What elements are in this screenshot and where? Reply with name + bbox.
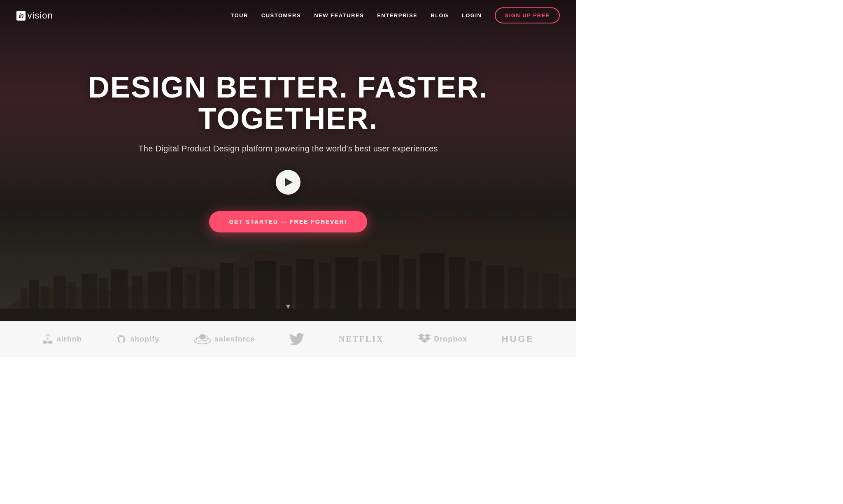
nav-enterprise[interactable]: ENTERPRISE xyxy=(377,12,417,19)
brand-dropbox: Dropbox xyxy=(418,333,467,345)
svg-rect-23 xyxy=(420,253,445,313)
svg-rect-3 xyxy=(54,276,66,313)
main-nav: TOUR CUSTOMERS NEW FEATURES ENTERPRISE B… xyxy=(231,7,560,23)
logo[interactable]: in vision xyxy=(16,10,53,21)
nav-new-features[interactable]: NEW FEATURES xyxy=(314,12,364,19)
svg-rect-4 xyxy=(68,282,76,313)
svg-rect-30 xyxy=(562,278,576,313)
svg-rect-20 xyxy=(362,261,377,313)
signup-button[interactable]: SIGN UP FREE xyxy=(495,7,560,23)
svg-rect-15 xyxy=(255,261,276,313)
svg-rect-26 xyxy=(486,265,504,313)
svg-rect-9 xyxy=(148,272,167,313)
svg-rect-27 xyxy=(508,267,523,313)
twitter-icon xyxy=(289,333,304,345)
salesforce-icon xyxy=(194,333,211,345)
netflix-label: NETFLIX xyxy=(339,334,384,344)
brand-twitter xyxy=(289,333,304,345)
dropbox-label: Dropbox xyxy=(434,335,467,344)
shopify-label: shopify xyxy=(130,335,159,344)
logo-in: in xyxy=(19,12,23,19)
svg-point-35 xyxy=(199,334,205,339)
brand-netflix: NETFLIX xyxy=(339,334,384,344)
svg-rect-7 xyxy=(111,269,128,313)
logos-bar: airbnb shopify salesforce xyxy=(0,321,576,357)
airbnb-label: airbnb xyxy=(57,335,82,344)
svg-rect-1 xyxy=(29,280,39,313)
shopify-icon xyxy=(116,334,127,344)
brand-salesforce: salesforce xyxy=(194,333,255,345)
airbnb-icon xyxy=(42,333,54,345)
svg-rect-22 xyxy=(403,259,416,313)
play-button[interactable] xyxy=(276,170,300,195)
nav-login[interactable]: LOGIN xyxy=(462,12,482,19)
dropbox-icon xyxy=(418,333,431,345)
scroll-indicator: ▾ xyxy=(286,301,290,311)
svg-rect-29 xyxy=(543,274,559,313)
svg-rect-11 xyxy=(187,274,196,313)
play-icon xyxy=(285,178,293,186)
svg-rect-8 xyxy=(132,276,143,313)
svg-rect-25 xyxy=(469,261,482,313)
hero-section: DESIGN BETTER. FASTER. TOGETHER. The Dig… xyxy=(0,0,576,321)
main-header: in vision TOUR CUSTOMERS NEW FEATURES EN… xyxy=(0,0,576,31)
huge-label: HUGE xyxy=(502,334,535,344)
brand-airbnb: airbnb xyxy=(42,333,82,345)
svg-rect-12 xyxy=(200,269,215,313)
svg-rect-24 xyxy=(449,257,465,313)
svg-rect-10 xyxy=(171,267,183,313)
salesforce-label: salesforce xyxy=(214,335,255,344)
svg-rect-21 xyxy=(381,255,399,313)
logo-vision-text: vision xyxy=(27,10,53,21)
brand-shopify: shopify xyxy=(116,334,159,344)
cta-button[interactable]: GET STARTED — FREE FOREVER! xyxy=(209,211,367,232)
hero-title: DESIGN BETTER. FASTER. TOGETHER. xyxy=(8,72,568,134)
svg-rect-18 xyxy=(319,263,331,313)
svg-rect-17 xyxy=(296,259,314,313)
nav-blog[interactable]: BLOG xyxy=(431,12,449,19)
logo-box: in xyxy=(16,11,26,21)
svg-rect-13 xyxy=(220,263,233,313)
svg-rect-28 xyxy=(527,272,538,313)
nav-customers[interactable]: CUSTOMERS xyxy=(261,12,301,19)
hero-content: DESIGN BETTER. FASTER. TOGETHER. The Dig… xyxy=(0,72,576,232)
brand-huge: HUGE xyxy=(502,334,535,344)
svg-rect-5 xyxy=(82,274,97,313)
svg-rect-6 xyxy=(99,278,108,313)
hero-subtitle: The Digital Product Design platform powe… xyxy=(8,144,568,153)
svg-rect-14 xyxy=(239,267,249,313)
svg-rect-19 xyxy=(335,257,358,313)
nav-tour[interactable]: TOUR xyxy=(231,12,248,19)
